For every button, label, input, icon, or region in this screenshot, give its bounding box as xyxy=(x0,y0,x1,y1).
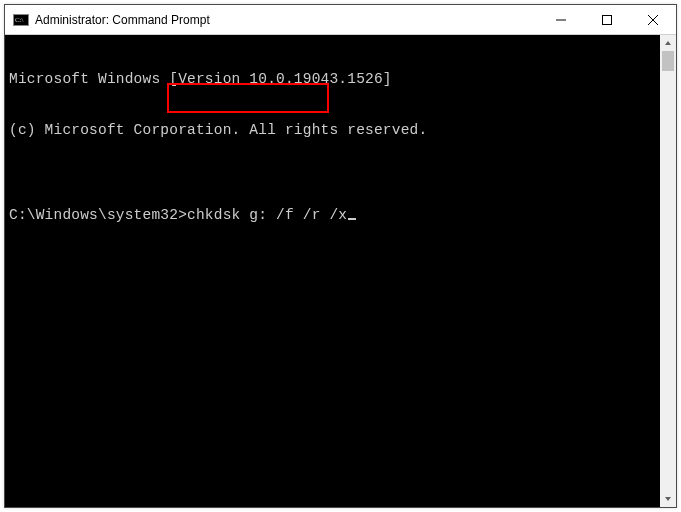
vertical-scrollbar[interactable] xyxy=(660,35,676,507)
version-line: Microsoft Windows [Version 10.0.19043.15… xyxy=(9,71,656,88)
scroll-thumb[interactable] xyxy=(662,51,674,71)
client-area: Microsoft Windows [Version 10.0.19043.15… xyxy=(5,35,676,507)
titlebar[interactable]: C:\ Administrator: Command Prompt xyxy=(5,5,676,35)
svg-marker-6 xyxy=(665,41,671,45)
close-button[interactable] xyxy=(630,5,676,35)
minimize-button[interactable] xyxy=(538,5,584,35)
console-output[interactable]: Microsoft Windows [Version 10.0.19043.15… xyxy=(5,35,660,507)
command-prompt-window: C:\ Administrator: Command Prompt Micros… xyxy=(4,4,677,508)
command-text: chkdsk g: /f /r /x xyxy=(187,207,347,223)
prompt-line: C:\Windows\system32>chkdsk g: /f /r /x xyxy=(9,207,656,224)
cursor xyxy=(348,218,356,220)
svg-text:C:\: C:\ xyxy=(15,16,24,24)
window-title: Administrator: Command Prompt xyxy=(35,13,210,27)
scroll-up-button[interactable] xyxy=(660,35,676,51)
copyright-line: (c) Microsoft Corporation. All rights re… xyxy=(9,122,656,139)
cmd-app-icon: C:\ xyxy=(13,12,29,28)
prompt-text: C:\Windows\system32> xyxy=(9,207,187,223)
svg-rect-3 xyxy=(603,15,612,24)
svg-marker-7 xyxy=(665,497,671,501)
maximize-button[interactable] xyxy=(584,5,630,35)
scroll-down-button[interactable] xyxy=(660,491,676,507)
